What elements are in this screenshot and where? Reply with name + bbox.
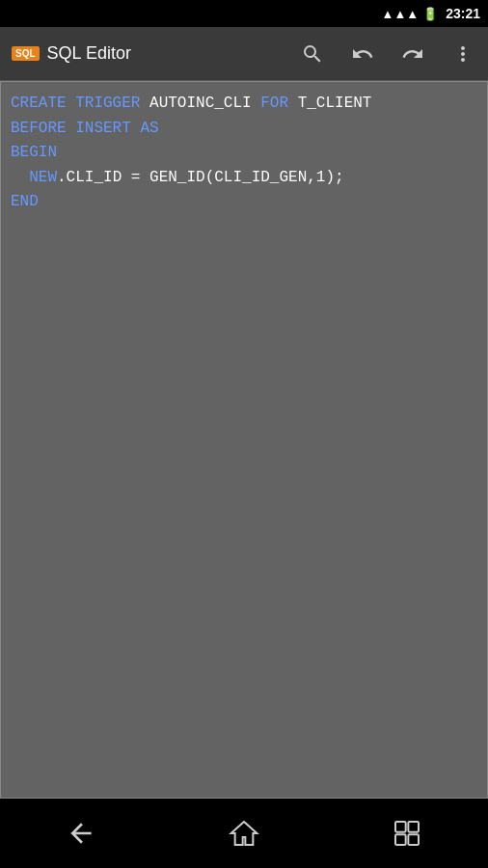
code-line-1: CREATE TRIGGER AUTOINC_CLI FOR T_CLIENT <box>11 92 477 117</box>
toolbar: SQL SQL Editor <box>0 27 488 81</box>
app-title: SQL Editor <box>47 43 131 64</box>
recents-icon <box>392 818 422 849</box>
more-icon <box>451 42 474 66</box>
code-line-2: BEFORE INSERT AS <box>11 117 477 142</box>
redo-button[interactable] <box>388 27 438 81</box>
code-line-3: BEGIN <box>11 141 477 166</box>
back-icon <box>66 818 96 849</box>
signal-icon: ▲▲▲ <box>382 7 420 21</box>
home-button[interactable] <box>205 804 283 862</box>
code-editor[interactable]: CREATE TRIGGER AUTOINC_CLI FOR T_CLIENT … <box>0 81 488 799</box>
code-line-5: END <box>11 190 477 215</box>
more-options-button[interactable] <box>438 27 488 81</box>
back-button[interactable] <box>42 804 120 862</box>
home-icon <box>229 818 259 849</box>
undo-icon <box>351 42 374 66</box>
search-icon <box>301 42 324 66</box>
app-logo: SQL SQL Editor <box>0 43 143 64</box>
code-line-4: NEW.CLI_ID = GEN_ID(CLI_ID_GEN,1); <box>11 166 477 191</box>
undo-button[interactable] <box>338 27 388 81</box>
svg-rect-1 <box>408 822 419 832</box>
status-bar: ▲▲▲ 🔋 23:21 <box>0 0 488 27</box>
status-icons: ▲▲▲ 🔋 23:21 <box>382 6 480 21</box>
svg-rect-2 <box>395 834 406 845</box>
recents-button[interactable] <box>368 804 446 862</box>
svg-rect-3 <box>408 834 419 845</box>
time-display: 23:21 <box>446 6 480 21</box>
nav-bar <box>0 799 488 868</box>
sql-badge: SQL <box>12 46 40 61</box>
toolbar-actions <box>287 27 488 81</box>
redo-icon <box>401 42 424 66</box>
search-button[interactable] <box>287 27 338 81</box>
svg-rect-0 <box>395 822 406 832</box>
battery-icon: 🔋 <box>422 7 438 21</box>
